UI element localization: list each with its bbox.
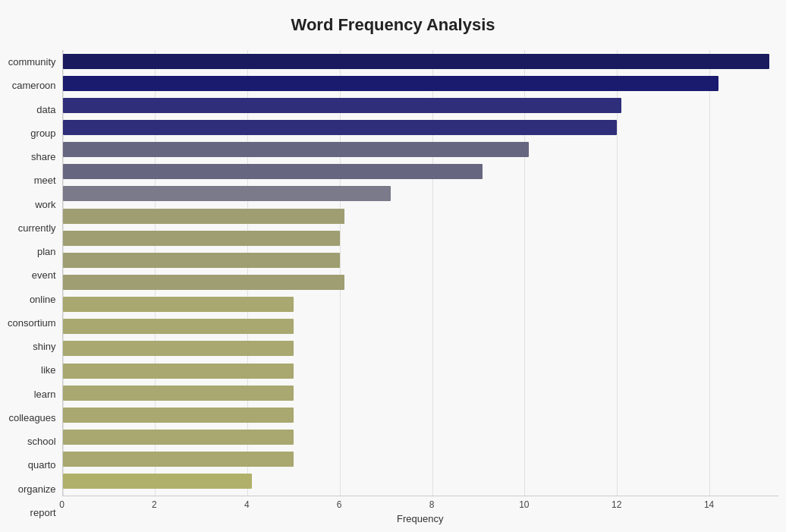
- bar-consortium: [63, 297, 294, 312]
- y-label-meet: meet: [34, 170, 56, 191]
- bar-row: [63, 183, 778, 204]
- bar-row: [63, 117, 778, 138]
- y-label-school: school: [27, 431, 56, 452]
- y-label-currently: currently: [18, 217, 56, 238]
- bar-row: [63, 471, 778, 492]
- bar-plan: [63, 231, 340, 246]
- bar-school: [63, 408, 294, 423]
- bar-report: [63, 474, 253, 489]
- bar-row: [63, 250, 778, 271]
- bar-row: [63, 73, 778, 94]
- y-label-shiny: shiny: [33, 336, 55, 357]
- bar-row: [63, 316, 778, 337]
- bar-data: [63, 98, 621, 113]
- x-tick: 0: [59, 499, 64, 510]
- bar-cameroon: [63, 76, 718, 91]
- y-label-consortium: consortium: [8, 312, 56, 333]
- bar-row: [63, 139, 778, 160]
- bar-row: [63, 272, 778, 293]
- bar-row: [63, 405, 778, 426]
- bar-currently: [63, 209, 344, 224]
- y-label-report: report: [30, 502, 56, 523]
- bar-row: [63, 206, 778, 227]
- bar-learn: [63, 364, 294, 379]
- y-label-community: community: [8, 52, 56, 73]
- bar-row: [63, 161, 778, 182]
- y-label-data: data: [36, 99, 55, 120]
- bar-row: [63, 449, 778, 470]
- bar-colleagues: [63, 386, 294, 401]
- y-label-online: online: [30, 288, 56, 310]
- y-label-quarto: quarto: [28, 455, 56, 476]
- bar-row: [63, 294, 778, 315]
- bar-organize: [63, 452, 294, 467]
- bar-like: [63, 341, 294, 356]
- bar-row: [63, 382, 778, 404]
- x-tick: 6: [337, 499, 342, 510]
- x-tick: 12: [612, 499, 621, 510]
- bar-community: [63, 54, 769, 69]
- y-label-cameroon: cameroon: [12, 75, 56, 96]
- y-label-work: work: [35, 194, 55, 215]
- bar-row: [63, 338, 778, 359]
- bar-work: [63, 186, 391, 201]
- bar-row: [63, 95, 778, 116]
- y-label-plan: plan: [37, 241, 56, 263]
- bar-shiny: [63, 319, 294, 334]
- bar-quarto: [63, 430, 294, 445]
- x-tick: 2: [152, 499, 157, 510]
- x-tick: 4: [244, 499, 250, 510]
- x-tick: 8: [429, 499, 435, 510]
- bar-online: [63, 275, 344, 290]
- bar-meet: [63, 164, 483, 179]
- bar-share: [63, 142, 530, 157]
- y-label-organize: organize: [18, 478, 56, 499]
- bar-row: [63, 51, 778, 72]
- x-tick: 14: [704, 499, 714, 510]
- x-tick: 10: [519, 499, 529, 510]
- y-label-like: like: [41, 360, 56, 381]
- bar-row: [63, 427, 778, 448]
- bar-group: [63, 120, 617, 135]
- chart-title: Word Frequency Analysis: [291, 15, 495, 35]
- y-label-colleagues: colleagues: [8, 407, 55, 428]
- bar-row: [63, 360, 778, 382]
- y-label-share: share: [31, 146, 56, 168]
- bar-event: [63, 253, 340, 268]
- y-label-learn: learn: [34, 383, 56, 405]
- x-axis-label: Frequency: [62, 513, 778, 524]
- y-label-event: event: [32, 265, 56, 286]
- y-label-group: group: [30, 122, 55, 143]
- bar-row: [63, 228, 778, 249]
